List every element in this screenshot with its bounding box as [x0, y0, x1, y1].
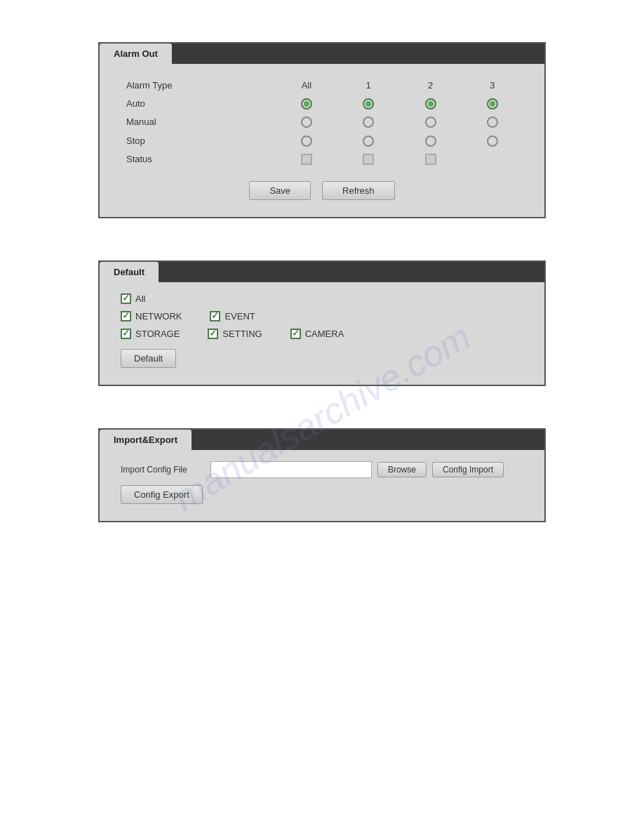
import-config-label: Import Config File: [121, 465, 205, 475]
manual-1-radio[interactable]: [337, 113, 399, 132]
stop-label: Stop: [121, 131, 276, 150]
header-2: 2: [399, 77, 461, 94]
event-checkbox[interactable]: [210, 311, 220, 322]
camera-checkbox[interactable]: [290, 329, 301, 339]
manual-2-radio[interactable]: [399, 113, 461, 132]
default-tab: Default: [100, 262, 159, 282]
event-checkbox-label: EVENT: [224, 311, 255, 322]
alarm-out-header: Alarm Out: [100, 44, 544, 64]
default-panel: Default All NETWORK EVENT STORAGE: [98, 260, 546, 386]
header-3: 3: [462, 77, 523, 94]
camera-checkbox-label: CAMERA: [305, 329, 344, 339]
alarm-btn-row: Save Refresh: [121, 181, 523, 200]
storage-checkbox[interactable]: [121, 329, 131, 339]
setting-checkbox[interactable]: [208, 329, 218, 339]
network-checkbox[interactable]: [121, 311, 131, 322]
table-row: Status: [121, 150, 523, 169]
storage-checkbox-item[interactable]: STORAGE: [121, 329, 180, 339]
auto-1-radio[interactable]: [337, 94, 399, 113]
default-button[interactable]: Default: [121, 349, 176, 368]
status-3-empty: [462, 150, 523, 169]
auto-3-radio[interactable]: [462, 94, 523, 113]
stop-all-radio[interactable]: [276, 131, 337, 150]
table-row: Manual: [121, 113, 523, 132]
network-checkbox-label: NETWORK: [135, 311, 182, 322]
status-label: Status: [121, 150, 276, 169]
manual-3-radio[interactable]: [462, 113, 523, 132]
network-event-row: NETWORK EVENT: [121, 311, 523, 322]
browse-button[interactable]: Browse: [377, 462, 427, 477]
network-checkbox-item[interactable]: NETWORK: [121, 311, 182, 322]
default-body: All NETWORK EVENT STORAGE SETTING: [100, 282, 544, 385]
auto-label: Auto: [121, 94, 276, 113]
header-all: All: [276, 77, 337, 94]
save-button[interactable]: Save: [249, 181, 311, 200]
config-export-row: Config Export: [121, 485, 523, 504]
import-config-row: Import Config File Browse Config Import: [121, 461, 523, 478]
import-export-header: Import&Export: [100, 430, 544, 450]
import-config-input[interactable]: [210, 461, 372, 478]
all-checkbox[interactable]: [121, 293, 131, 304]
event-checkbox-item[interactable]: EVENT: [210, 311, 255, 322]
storage-checkbox-label: STORAGE: [135, 329, 180, 339]
stop-1-radio[interactable]: [337, 131, 399, 150]
status-2-checkbox[interactable]: [399, 150, 461, 169]
import-export-panel: Import&Export Import Config File Browse …: [98, 428, 546, 522]
import-export-tab: Import&Export: [100, 430, 192, 450]
all-checkbox-label: All: [135, 293, 145, 304]
default-header: Default: [100, 262, 544, 282]
all-checkbox-item[interactable]: All: [121, 293, 145, 304]
setting-checkbox-label: SETTING: [222, 329, 262, 339]
config-import-button[interactable]: Config Import: [432, 462, 504, 477]
alarm-out-body: Alarm Type All 1 2 3 Auto Manual: [100, 64, 544, 217]
manual-all-radio[interactable]: [276, 113, 337, 132]
import-export-body: Import Config File Browse Config Import …: [100, 450, 544, 521]
alarm-type-label: Alarm Type: [121, 77, 276, 94]
manual-label: Manual: [121, 113, 276, 132]
auto-2-radio[interactable]: [399, 94, 461, 113]
setting-checkbox-item[interactable]: SETTING: [208, 329, 262, 339]
status-all-checkbox[interactable]: [276, 150, 337, 169]
stop-2-radio[interactable]: [399, 131, 461, 150]
table-row: Auto: [121, 94, 523, 113]
stop-3-radio[interactable]: [462, 131, 523, 150]
alarm-out-panel: Alarm Out Alarm Type All 1 2 3 Auto: [98, 42, 546, 218]
alarm-out-tab: Alarm Out: [100, 44, 172, 64]
config-export-button[interactable]: Config Export: [121, 485, 203, 504]
all-checkbox-row: All: [121, 293, 523, 304]
refresh-button[interactable]: Refresh: [322, 181, 395, 200]
storage-setting-camera-row: STORAGE SETTING CAMERA: [121, 329, 523, 339]
table-row: Stop: [121, 131, 523, 150]
camera-checkbox-item[interactable]: CAMERA: [290, 329, 344, 339]
auto-all-radio[interactable]: [276, 94, 337, 113]
alarm-table: Alarm Type All 1 2 3 Auto Manual: [121, 77, 523, 168]
default-btn-row: Default: [121, 349, 523, 368]
status-1-checkbox[interactable]: [337, 150, 399, 169]
header-1: 1: [337, 77, 399, 94]
